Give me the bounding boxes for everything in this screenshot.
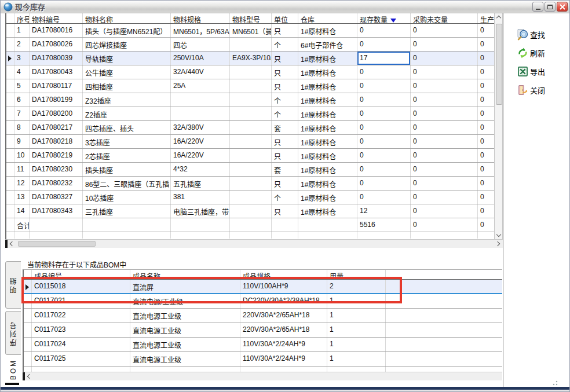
bom-cell-qty[interactable]: 1 [327,294,386,308]
cell-qty[interactable]: 0 [357,93,411,107]
cell-code[interactable]: DA17080219 [30,149,83,162]
cell-name[interactable]: 插头插座 [83,163,171,176]
scroll-down-icon[interactable] [496,232,501,237]
cell-code[interactable]: DA17080039 [30,52,83,65]
bom-cell-spec[interactable]: 110V/100AH*9 [240,280,327,293]
inventory-row[interactable]: 1DA17080016插头（与插座MN6521配）MN6501，5P/63AMN… [6,24,494,38]
cell-model[interactable] [230,149,272,162]
bom-cell-qty[interactable]: 1 [327,352,386,366]
cell-warehouse[interactable]: 1#原材料仓 [298,135,357,148]
cell-spec[interactable]: 五孔插座 [171,177,230,190]
cell-purchase[interactable]: 0 [411,79,478,93]
cell-model[interactable]: MN6501（曼 [230,24,272,37]
cell-warehouse[interactable]: 1#原材料仓 [298,79,357,93]
cell-spec[interactable]: 电脑三孔插座，带 [171,204,230,218]
column-header-name[interactable]: 物料名称 [83,13,171,23]
cell-warehouse[interactable]: 1#原材料仓 [298,93,357,107]
cell-purchase[interactable]: 0 [411,38,478,51]
cell-name[interactable]: Z32插座 [83,93,171,107]
cell-purchase[interactable]: 0 [411,52,478,65]
cell-name[interactable]: 公牛插座 [83,65,171,79]
cell-model[interactable] [230,79,272,93]
bom-cell-spec[interactable]: 110V/30A*2/24AH*9 [240,352,327,366]
inventory-row[interactable]: 14DA17080343三孔插座电脑三孔插座，带只1#原材料仓1200 [6,204,494,218]
cell-qty[interactable]: 0 [357,107,411,120]
cell-warehouse[interactable]: 1#原材料仓 [298,107,357,120]
cell-name[interactable]: 三孔插座 [83,204,171,218]
cell-qty[interactable]: 0 [357,79,411,93]
bom-row[interactable]: C0117023直流电源工业级220V/30A*2/65AH*181 [24,323,502,338]
cell-model[interactable] [230,190,272,204]
cell-spec[interactable]: 32A/440V [171,65,230,79]
cell-production[interactable]: 0 [478,24,494,37]
cell-unit[interactable]: 套 [272,121,298,134]
tab-detail[interactable]: 明细 [5,261,21,309]
cell-no[interactable]: 12 [14,177,30,190]
cell-no[interactable]: 13 [14,190,30,204]
bom-row-indicator-cell[interactable] [24,280,32,293]
cell-code[interactable]: DA17080343 [30,204,83,218]
bom-cell-code[interactable]: C0117021 [32,294,130,308]
cell-purchase[interactable]: 0 [411,190,478,204]
cell-unit[interactable]: 个 [272,93,298,107]
cell-spec[interactable]: 4*32 [171,163,230,176]
cell-purchase[interactable]: 0 [411,65,478,79]
titlebar[interactable]: 现今库存 [1,1,569,13]
bom-cell-spec[interactable]: 220V/30A*2/65AH*18 [240,323,327,337]
bom-row-indicator-cell[interactable] [24,309,32,323]
cell-model[interactable] [230,204,272,218]
bom-row[interactable]: C0117022直流电源工业级220V/30A*2/65AH*181 [24,309,502,323]
cell-no[interactable]: 10 [14,149,30,162]
bom-cell-qty[interactable]: 1 [327,338,386,351]
cell-qty[interactable]: 0 [357,24,411,37]
cell-unit[interactable]: 只 [272,204,298,218]
cell-qty[interactable]: 0 [357,121,411,134]
cell-production[interactable]: 0 [478,218,494,232]
row-indicator-cell[interactable] [6,177,14,190]
bom-cell-code[interactable]: C0117023 [32,323,130,337]
cell-name[interactable]: 10芯插座 [83,190,171,204]
row-indicator-cell[interactable] [6,204,14,218]
cell-production[interactable]: 0 [478,149,494,162]
cell-qty[interactable]: 0 [357,190,411,204]
cell-qty[interactable]: 0 [357,177,411,190]
cell-unit[interactable]: 只 [272,24,298,37]
inventory-row[interactable]: 5DA17080117四相插座25A只1#原材料仓000 [6,79,494,93]
find-button[interactable]: 查找 [517,27,570,41]
cell-model[interactable]: EA9X-3P/10A [230,52,272,65]
cell-no[interactable]: 1 [14,24,30,37]
cell-purchase[interactable]: 0 [411,204,478,218]
cell-warehouse[interactable] [298,218,357,232]
cell-purchase[interactable]: 0 [411,135,478,148]
row-indicator-cell[interactable] [6,190,14,204]
inventory-row[interactable]: 9DA170802183芯插座16A/220V只1#原材料仓000 [6,135,494,149]
column-header-warehouse[interactable]: 仓库 [298,13,357,23]
row-indicator-cell[interactable] [6,38,14,51]
bom-row-indicator-cell[interactable] [24,294,32,308]
bom-row-indicator-cell[interactable] [24,323,32,337]
bom-cell-qty[interactable]: 2 [327,280,386,293]
bom-cell-code[interactable]: C0115018 [32,280,130,293]
column-header-unit[interactable]: 单位 [272,13,298,23]
cell-code[interactable]: DA17080230 [30,163,83,176]
cell-spec[interactable]: 32A/380V [171,121,230,134]
bom-row-indicator-cell[interactable] [24,352,32,366]
column-header-spec[interactable]: 物料规格 [171,13,230,23]
bom-cell-spec[interactable]: 220V/30A*2/65AH*18 [240,309,327,323]
cell-name[interactable] [83,218,171,232]
cell-warehouse[interactable]: 1#原材料仓 [298,121,357,134]
cell-unit[interactable]: 只 [272,177,298,190]
maximize-button[interactable] [545,2,556,12]
bom-row[interactable]: C0117024直流电源工业级110V/30A*2/24AH*91 [24,338,502,352]
column-header-purchase[interactable]: 采购未交量 [411,13,478,23]
cell-code[interactable]: DA17080016 [30,24,83,37]
row-indicator-cell[interactable] [6,163,14,176]
column-header-production[interactable]: 生产未 [478,13,494,23]
cell-code[interactable]: DA17080026 [30,38,83,51]
cell-warehouse[interactable]: 1#原材料仓 [298,177,357,190]
bom-splitter-handle[interactable] [23,372,25,380]
cell-model[interactable] [230,163,272,176]
cell-spec[interactable]: MN6501，5P/63A [171,24,230,37]
cell-production[interactable]: 0 [478,107,494,120]
bom-row[interactable]: C0115018直流屏110V/100AH*92 [24,280,502,294]
